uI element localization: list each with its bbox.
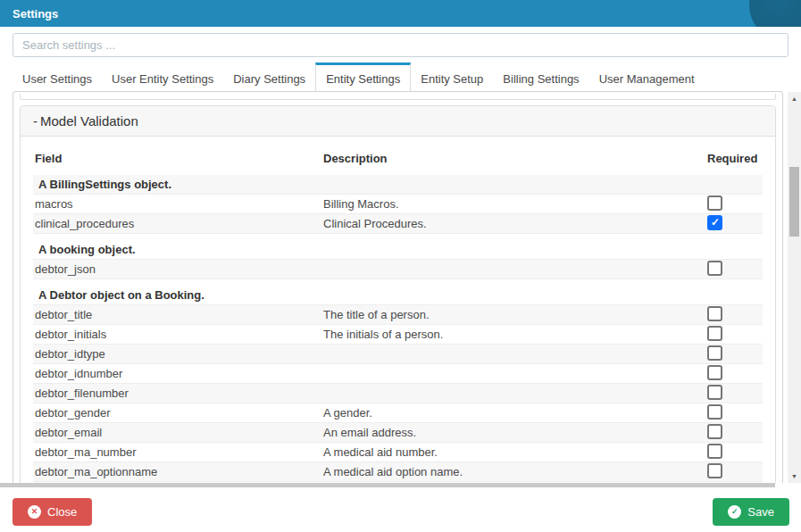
vertical-scrollbar-thumb[interactable] [789,167,799,237]
table-group-row: A Debtor object on a Booking. [33,286,763,305]
required-cell [707,345,763,363]
description-cell: The initials of a person. [323,328,707,341]
required-cell [707,443,763,461]
tab-user-management[interactable]: User Management [589,62,705,92]
table-row: debtor_initialsThe initials of a person. [33,325,763,345]
tab-user-settings[interactable]: User Settings [13,62,102,92]
save-button-label: Save [747,505,774,519]
vertical-scrollbar[interactable]: ▲ ▼ [788,92,801,483]
header-field: Field [33,152,323,165]
tab-diary-settings[interactable]: Diary Settings [223,62,315,92]
table-row: debtor_ma_numberA medical aid number. [33,443,763,462]
titlebar: Settings [0,0,801,27]
settings-search-input[interactable] [13,33,788,57]
window-title: Settings [13,7,58,21]
close-button[interactable]: ✕ Close [13,498,92,526]
tab-entity-setup[interactable]: Entity Setup [411,62,493,92]
table-row: debtor_filenumber [33,384,763,403]
required-cell [707,260,763,278]
required-cell [707,384,763,403]
required-checkbox[interactable] [707,195,722,211]
description-cell: A medical aid option name. [323,465,707,478]
required-cell [707,214,763,233]
description-cell: The title of a person. [323,308,707,321]
tab-bar: User SettingsUser Entity SettingsDiary S… [13,62,705,92]
required-checkbox[interactable] [707,306,722,321]
required-cell [707,462,763,481]
field-cell: debtor_gender [33,406,323,420]
field-cell: debtor_idtype [33,347,323,361]
required-checkbox[interactable] [707,385,722,400]
table-row: macrosBilling Macros. [33,195,763,214]
field-cell: debtor_filenumber [33,387,323,400]
table-group-row: A BillingSettings object. [33,175,763,195]
required-cell [707,423,763,442]
table-group-row: A booking object. [33,240,763,260]
field-cell: A booking object. [33,243,323,256]
header-required: Required [707,152,763,165]
field-cell: clinical_procedures [33,217,323,230]
required-cell [707,195,763,213]
field-cell: debtor_json [33,262,323,276]
table-row: debtor_idtype [33,345,763,364]
required-checkbox[interactable] [707,261,722,276]
required-checkbox[interactable] [707,463,722,478]
tab-billing-settings[interactable]: Billing Settings [493,62,588,92]
save-button[interactable]: ✓ Save [713,498,789,526]
save-check-icon: ✓ [728,505,741,519]
previous-panel-edge [20,94,776,100]
required-cell [707,364,763,383]
tab-user-entity-settings[interactable]: User Entity Settings [102,62,223,92]
horizontal-scrollbar[interactable] [0,483,775,487]
required-cell [707,325,763,344]
field-cell: debtor_idnumber [33,367,323,380]
header-description: Description [323,152,707,165]
field-cell: A BillingSettings object. [33,178,323,191]
field-cell: debtor_ma_number [33,445,323,459]
scroll-up-icon[interactable]: ▲ [788,96,801,102]
field-cell: debtor_ma_optionname [33,465,323,478]
field-cell: debtor_email [33,426,323,439]
table-header-row: Field Description Required [33,147,763,173]
table-row: debtor_idnumber [33,364,763,384]
description-cell: Billing Macros. [323,197,707,211]
field-cell: A Debtor object on a Booking. [33,288,323,302]
scroll-down-icon[interactable]: ▼ [788,473,801,479]
description-cell: Clinical Procedures. [323,217,707,230]
table-row: debtor_json [33,260,763,279]
close-button-label: Close [47,505,77,519]
field-cell: macros [33,197,323,211]
required-checkbox[interactable] [707,404,722,420]
tab-entity-settings[interactable]: Entity Settings [315,62,411,92]
table-row: debtor_titleThe title of a person. [33,305,763,325]
description-cell: A medical aid number. [323,445,707,459]
required-cell [707,403,763,422]
required-checkbox[interactable] [707,345,722,361]
field-cell: debtor_title [33,308,323,321]
field-cell: debtor_initials [33,328,323,341]
required-checkbox[interactable] [707,424,722,439]
description-cell: An email address. [323,426,707,439]
required-checkbox[interactable] [707,365,722,380]
table-row: debtor_genderA gender. [33,403,763,423]
required-cell [707,305,763,324]
table-row: debtor_emailAn email address. [33,423,763,443]
model-validation-panel: -Model Validation Field Description Requ… [20,105,776,483]
required-checkbox[interactable] [707,326,722,341]
panel-title: Model Validation [40,113,138,129]
model-validation-body: Field Description Required A BillingSett… [21,137,775,483]
required-checkbox[interactable] [707,444,722,459]
required-checkbox[interactable] [707,215,722,230]
table-row: clinical_proceduresClinical Procedures. [33,214,763,234]
table-body: A BillingSettings object.macrosBilling M… [33,175,763,483]
corner-decoration [749,0,801,27]
settings-scroll-area: -Model Validation Field Description Requ… [13,91,783,483]
close-circle-icon: ✕ [28,505,41,519]
table-row: debtor_ma_optionnameA medical aid option… [33,462,763,482]
model-validation-header: -Model Validation [21,106,775,137]
collapse-toggle[interactable]: - [33,113,40,129]
description-cell: A gender. [323,406,707,420]
